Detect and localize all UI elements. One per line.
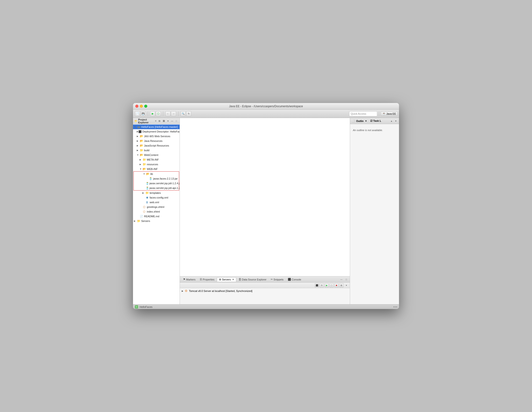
project-icon: 🗂 [137, 125, 141, 129]
outline-icon: ⬜ [352, 119, 355, 122]
item-label-templates: templates [150, 191, 161, 194]
tab-snippets[interactable]: ✂ Snippets [269, 277, 285, 281]
tree-item-jaxws[interactable]: 📂 JAX-WS Web Services [133, 134, 180, 139]
arrow-jaxws [137, 135, 140, 137]
item-label-readme: README.md [144, 215, 159, 218]
server-toolbar: ⬛ ⚙ ▶ ⬡ ■ ⊞ ▾ [180, 282, 350, 288]
servers-icon: 📁 [137, 219, 141, 223]
minimize-bottom-button[interactable]: — [339, 277, 343, 282]
perspective-label: Java EE [386, 112, 396, 115]
server-panel-dropdown[interactable]: ▾ [344, 283, 348, 288]
close-button[interactable] [135, 105, 138, 108]
tree-item-greetings[interactable]: ⬡ greetings.xhtml [133, 205, 180, 209]
collapse-all-button[interactable]: ⊟ [158, 119, 161, 123]
tree-item-jar-jstl[interactable]: 🫙 javax.servlet.jsp.jstl-1.2.4.jar [134, 181, 179, 186]
arrow-hellofaces [134, 126, 137, 128]
tree-item-hellofaces[interactable]: 🗂 HelloFaces [HelloFaces master] [133, 124, 180, 129]
new-button[interactable]: 📄 [135, 111, 140, 116]
status-dots [393, 306, 397, 307]
tree-item-index[interactable]: ⬡ index.xhtml [133, 209, 180, 214]
tree-item-meta-inf[interactable]: 📁 META-INF [133, 157, 180, 162]
item-label-faces-config: faces-config.xml [150, 196, 168, 199]
tree-item-readme[interactable]: 📄 README.md [133, 214, 180, 219]
tree-item-webcontent[interactable]: 📂 WebContent [133, 153, 180, 157]
tab-datasource-label: Data Source Explorer [242, 278, 266, 281]
bottom-tab-bar: ⚑ Markers ☰ Properties ⚙ Servers ✕ 🗄 [180, 276, 350, 282]
jar-jstl-api-icon: 🫙 [146, 186, 149, 190]
new-server-button[interactable]: ⬛ [315, 283, 319, 288]
minimize-button[interactable] [140, 105, 143, 108]
tree-item-templates[interactable]: 📁 templates [133, 191, 180, 195]
tree-item-jar-jstl-api[interactable]: 🫙 javax.servlet.jsp.jstl-api-1.2.1.jar [134, 186, 179, 190]
perspective-button[interactable]: ☕ Java EE [381, 112, 398, 116]
item-label-js-resources: JavaScript Resources [144, 144, 169, 147]
maximize-button[interactable] [144, 105, 147, 108]
tree-item-web-inf[interactable]: 📂 WEB-INF [133, 167, 180, 171]
debug-server-button[interactable]: ⬡ [330, 283, 334, 288]
tree-item-faces-config[interactable]: ⚙ faces-config.xml [133, 195, 180, 200]
tab-servers[interactable]: ⚙ Servers ✕ [217, 277, 236, 282]
refresh-button[interactable]: ↻ [186, 111, 191, 116]
stop-server-button[interactable]: ■ [334, 283, 339, 288]
tab-console[interactable]: ⬛ Console [286, 277, 303, 281]
back-button[interactable]: ← [165, 111, 171, 116]
snippets-icon: ✂ [271, 278, 273, 281]
link-editor-button[interactable]: ⛓ [162, 119, 166, 123]
item-label-jar-faces: javax.faces-2.2.13.jar [153, 177, 178, 180]
item-label-resources: resources [147, 163, 158, 166]
new-server-icon: ⬛ [316, 284, 318, 287]
tab-properties-label: Properties [203, 278, 215, 281]
item-label-web-xml: web.xml [150, 201, 159, 204]
title-bar: Java EE - Eclipse - /Users/ccaspers/Docu… [133, 103, 399, 110]
tree-item-descriptor[interactable]: ⬛ Deployment Descriptor: HelloFaces [133, 129, 180, 134]
task-list-label: Task L [373, 119, 381, 122]
tree-item-jar-faces[interactable]: 🫙 javax.faces-2.2.13.jar [134, 176, 179, 181]
outline-close-icon: ✕ [365, 120, 367, 122]
tab-markers[interactable]: ⚑ Markers [181, 277, 197, 281]
status-dot-2 [395, 306, 396, 307]
tree-item-js-resources[interactable]: 📂 JavaScript Resources [133, 143, 180, 148]
toolbar-sep-4 [379, 112, 379, 116]
maximize-bottom-button[interactable]: □ [344, 277, 348, 282]
start-server-button[interactable]: ▶ [324, 283, 329, 288]
task-list-icon: ☑ [370, 119, 372, 122]
minimize-panel-button[interactable]: — [170, 119, 174, 123]
server-settings-button[interactable]: ⚙ [320, 283, 324, 288]
new-icon: 📄 [136, 112, 139, 115]
search-button[interactable]: 🔍 [180, 111, 186, 116]
save-icon: 💾 [142, 112, 144, 115]
item-label-web-inf: WEB-INF [147, 168, 158, 170]
maximize-panel-button[interactable]: □ [174, 119, 178, 123]
save-button[interactable]: 💾 [141, 111, 146, 116]
publish-server-button[interactable]: ⊞ [339, 283, 343, 288]
project-explorer-header: 📁 Project Explorer ✕ ⊟ ⛓ ▾ — □ [133, 118, 180, 124]
tab-properties[interactable]: ☰ Properties [198, 277, 216, 281]
panel-menu-button[interactable]: ▾ [166, 119, 170, 123]
greetings-icon: ⬡ [142, 205, 146, 209]
tree-item-servers[interactable]: 📁 Servers [133, 219, 180, 223]
tree-item-resources[interactable]: 📁 resources [133, 162, 180, 167]
markers-icon: ⚑ [183, 278, 185, 281]
back-icon: ← [167, 112, 169, 115]
build-icon: 📁 [140, 149, 143, 152]
web-inf-icon: 📂 [142, 167, 146, 171]
right-tab-group: ⬜ Outlin ✕ ☑ Task L [352, 119, 381, 122]
task-list-tab[interactable]: ☑ Task L [370, 119, 381, 122]
server-entry[interactable]: ▶ ⚙ Tomcat v8.0 Server at localhost [Sta… [180, 288, 350, 294]
run-button[interactable]: ▶ [150, 111, 155, 116]
tree-item-web-xml[interactable]: 🗋 web.xml [133, 200, 180, 205]
outline-chevron-down[interactable]: ▾ [394, 119, 398, 123]
faces-config-icon: ⚙ [145, 196, 149, 199]
tab-console-label: Console [292, 278, 301, 281]
tree-item-lib[interactable]: 📂 lib [134, 172, 179, 176]
outline-tab-label[interactable]: Outlin [356, 120, 364, 122]
debug-button[interactable]: ⬡ [156, 111, 161, 116]
status-dot-1 [393, 306, 394, 307]
tree-item-java-resources[interactable]: 📂 Java Resources [133, 139, 180, 143]
outline-chevron-up[interactable]: ▲ [390, 119, 393, 123]
outline-header: ⬜ Outlin ✕ ☑ Task L ▲ ▾ [350, 118, 399, 124]
tab-datasource[interactable]: 🗄 Data Source Explorer [237, 278, 268, 281]
tree-item-build[interactable]: 📁 build [133, 148, 180, 153]
quick-access-input[interactable]: Quick Access [349, 111, 377, 116]
forward-button[interactable]: → [171, 111, 176, 116]
